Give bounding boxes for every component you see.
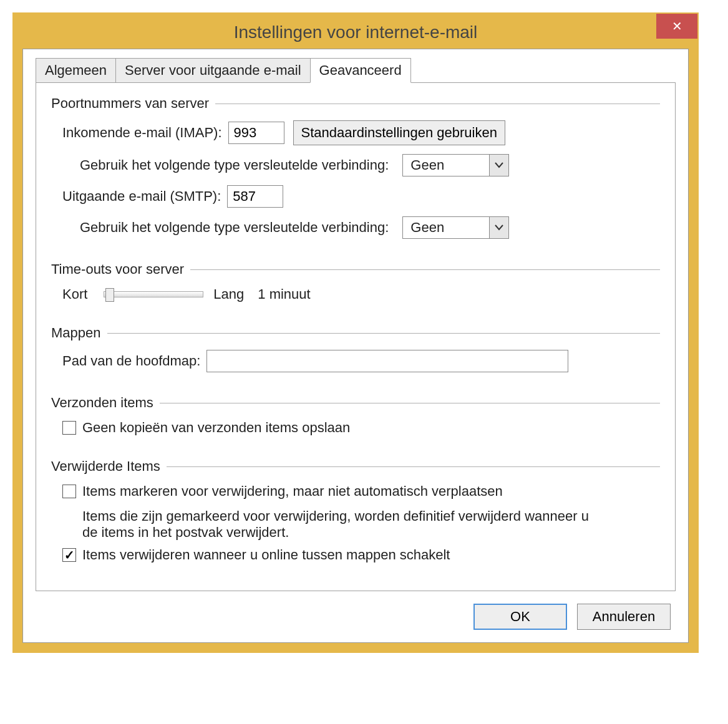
folders-legend: Mappen — [51, 325, 101, 341]
outgoing-encryption-select[interactable]: Geen — [402, 216, 509, 239]
tab-outgoing-server[interactable]: Server voor uitgaande e-mail — [115, 58, 310, 83]
outgoing-port-input[interactable] — [227, 185, 283, 208]
mark-for-deletion-checkbox[interactable] — [62, 485, 76, 498]
incoming-encryption-label: Gebruik het volgende type versleutelde v… — [80, 157, 389, 173]
sent-items-legend: Verzonden items — [51, 395, 153, 411]
timeout-long-label: Lang — [213, 286, 244, 302]
no-save-sent-label: Geen kopieën van verzonden items opslaan — [82, 420, 350, 436]
ports-legend: Poortnummers van server — [51, 95, 209, 112]
timeout-value: 1 minuut — [258, 286, 310, 302]
divider — [167, 466, 660, 467]
root-path-input[interactable] — [206, 350, 568, 372]
timeout-slider[interactable] — [104, 291, 203, 297]
tab-general[interactable]: Algemeen — [36, 58, 116, 83]
cancel-button[interactable]: Annuleren — [577, 604, 671, 630]
ports-group: Poortnummers van server Inkomende e-mail… — [51, 95, 660, 248]
ok-button[interactable]: OK — [473, 604, 567, 630]
titlebar: Instellingen voor internet-e-mail ✕ — [14, 14, 697, 49]
tab-advanced-panel: Poortnummers van server Inkomende e-mail… — [36, 82, 676, 591]
incoming-port-label: Inkomende e-mail (IMAP): — [62, 125, 222, 141]
chevron-down-icon[interactable] — [489, 154, 509, 176]
deleted-items-group: Verwijderde Items Items markeren voor ve… — [51, 458, 660, 572]
incoming-encryption-select[interactable]: Geen — [402, 154, 509, 176]
divider — [215, 104, 660, 104]
root-path-label: Pad van de hoofdmap: — [62, 353, 200, 369]
outgoing-encryption-value: Geen — [402, 216, 490, 239]
close-icon: ✕ — [672, 19, 682, 34]
divider — [107, 333, 660, 334]
use-defaults-button[interactable]: Standaardinstellingen gebruiken — [293, 120, 505, 145]
dialog-footer: OK Annuleren — [36, 591, 676, 630]
folders-group: Mappen Pad van de hoofdmap: — [51, 325, 660, 381]
tab-strip: Algemeen Server voor uitgaande e-mail Ge… — [36, 58, 676, 83]
mark-for-deletion-label: Items markeren voor verwijdering, maar n… — [82, 483, 503, 500]
sent-items-group: Verzonden items Geen kopieën van verzond… — [51, 395, 660, 445]
purge-on-switch-label: Items verwijderen wanneer u online tusse… — [82, 547, 450, 563]
divider — [190, 269, 660, 270]
outgoing-encryption-label: Gebruik het volgende type versleutelde v… — [80, 220, 389, 236]
dialog-title: Instellingen voor internet-e-mail — [234, 22, 478, 42]
purge-on-switch-checkbox[interactable] — [62, 548, 76, 562]
tab-advanced[interactable]: Geavanceerd — [310, 58, 411, 83]
dialog-body: Algemeen Server voor uitgaande e-mail Ge… — [22, 49, 689, 643]
slider-thumb[interactable] — [105, 288, 114, 302]
timeouts-legend: Time-outs voor server — [51, 261, 184, 278]
divider — [160, 403, 660, 403]
no-save-sent-checkbox[interactable] — [62, 421, 76, 435]
deleted-items-legend: Verwijderde Items — [51, 458, 160, 475]
settings-dialog: Instellingen voor internet-e-mail ✕ Alge… — [12, 12, 699, 653]
timeout-short-label: Kort — [62, 286, 87, 302]
outgoing-port-label: Uitgaande e-mail (SMTP): — [62, 188, 221, 205]
timeouts-group: Time-outs voor server Kort Lang 1 minuut — [51, 261, 660, 311]
mark-for-deletion-help: Items die zijn gemarkeerd voor verwijder… — [82, 508, 594, 541]
incoming-port-input[interactable] — [228, 122, 284, 144]
incoming-encryption-value: Geen — [402, 154, 490, 176]
chevron-down-icon[interactable] — [489, 216, 509, 239]
close-button[interactable]: ✕ — [656, 14, 697, 39]
